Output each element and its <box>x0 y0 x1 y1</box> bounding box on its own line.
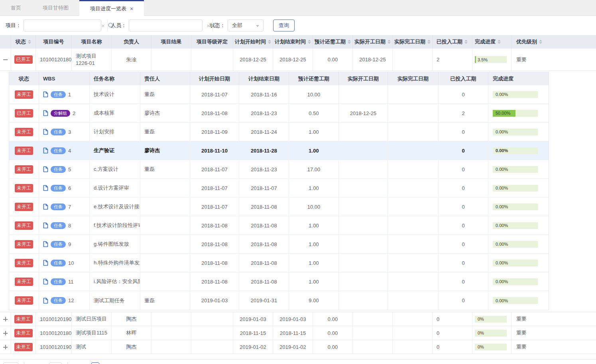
remaining-duration: 9.00 <box>289 291 339 310</box>
progress-bar: 0.00% <box>493 91 538 98</box>
sort-icon[interactable] <box>28 40 31 44</box>
task-column-header: 完成进度 <box>488 72 549 85</box>
header-label: 已投入工期 <box>437 38 462 45</box>
task-row[interactable]: 未开工任务7e.技术设计及设计接口2018-11-072018-11-0810.… <box>9 198 549 216</box>
sort-icon[interactable] <box>387 40 391 44</box>
search-icon <box>108 22 114 29</box>
person-search-input[interactable] <box>129 20 204 31</box>
task-row[interactable]: 未开工任务6d.设计方案评审2018-11-072018-11-071.0000… <box>9 179 549 198</box>
plan-end-date: 2019-01-31 <box>239 291 289 310</box>
project-column-header[interactable]: 计划开始时间 <box>233 35 273 49</box>
pagination-bar <box>0 359 596 364</box>
progress-label: 0.00% <box>496 204 508 209</box>
invested-duration: 0 <box>439 216 488 235</box>
task-row[interactable]: 未开工任务5c.方案设计董磊2018-11-072018-11-2317.000… <box>9 160 549 179</box>
task-column-header: 已投入工期 <box>439 72 488 85</box>
expand-icon[interactable] <box>3 317 8 321</box>
task-row[interactable]: 未开工任务1技术设计董磊2018-11-072018-11-1610.0000.… <box>9 85 549 104</box>
clear-icon[interactable]: × <box>204 23 212 29</box>
project-column-header[interactable]: 实际开工日期 <box>353 35 393 49</box>
task-column-header: 预计还需工期 <box>289 72 339 85</box>
actual-start-date <box>353 312 393 326</box>
task-name: f.技术设计阶段性评审 <box>90 216 140 235</box>
project-row[interactable]: 未开工1010012018000测试项目1115林晖2018-11-152018… <box>0 326 596 340</box>
invested-duration: 2 <box>439 104 488 122</box>
sort-icon[interactable] <box>268 40 271 44</box>
project-column-header[interactable]: 计划结束时间 <box>273 35 313 49</box>
file-icon <box>43 278 48 285</box>
progress-bar: 0.00% <box>493 204 538 210</box>
project-row[interactable]: 已开工1010012018000测试项目1226-01朱淦2018-12-252… <box>0 49 596 71</box>
wbs-type-pill: 任务 <box>51 297 66 304</box>
sort-icon[interactable] <box>498 40 501 44</box>
task-status-cell: 未开工 <box>9 160 39 178</box>
wbs-number: 7 <box>68 204 71 210</box>
status-select[interactable]: 全部 <box>228 20 264 31</box>
tab-progress-overview[interactable]: 项目进度一览表 × <box>79 0 144 16</box>
search-icon-button[interactable] <box>212 20 219 31</box>
remaining-duration: 1.00 <box>289 216 339 235</box>
expand-icon[interactable] <box>3 331 8 335</box>
tab-home[interactable]: 首页 <box>0 0 32 16</box>
task-row[interactable]: 未开工任务8f.技术设计阶段性评审2018-11-082018-11-081.0… <box>9 216 549 235</box>
actual-start-date <box>339 198 388 216</box>
actual-start-date: 2018-12-25 <box>339 104 388 122</box>
project-column-header: 项目编号 <box>36 35 72 49</box>
invested-duration: 0 <box>439 179 488 197</box>
task-column-header: 实际开工日期 <box>339 72 388 85</box>
plan-end-date: 2018-12-25 <box>273 49 313 70</box>
sort-icon[interactable] <box>348 40 351 44</box>
prev-page-button[interactable] <box>49 362 62 364</box>
task-name: c.方案设计 <box>90 160 140 178</box>
project-column-header[interactable]: 预计还需工期 <box>313 35 353 49</box>
project-column-header[interactable]: 优先级别 <box>511 35 596 49</box>
progress-cell: 0.00% <box>488 160 549 178</box>
sort-icon[interactable] <box>308 40 311 44</box>
project-column-header[interactable]: 实际完工日期 <box>393 35 433 49</box>
progress-cell: 0% <box>472 340 511 354</box>
close-icon[interactable]: × <box>130 6 133 12</box>
sort-icon[interactable] <box>464 40 468 44</box>
progress-bar: 0.00% <box>493 260 538 266</box>
task-row[interactable]: 未开工任务9g.铸件图纸发放2018-11-082018-11-081.0000… <box>9 235 549 254</box>
task-row[interactable]: 未开工任务4生产验证廖诗杰2018-11-102018-11-281.0000.… <box>9 141 549 160</box>
project-result <box>151 312 191 326</box>
task-owner <box>140 198 190 216</box>
actual-end-date <box>388 291 439 310</box>
task-name: g.铸件图纸发放 <box>90 235 140 253</box>
tab-gantt-chart[interactable]: 项目甘特图 <box>32 0 79 16</box>
actual-start-date: 2018-12-25 <box>353 49 393 70</box>
task-row[interactable]: 未开工任务11i.风险评估：安全风险2018-11-082018-11-081.… <box>9 272 549 291</box>
plan-end-date: 2018-11-08 <box>239 254 289 272</box>
invested-duration: 0 <box>439 141 488 160</box>
header-label: 优先级别 <box>516 38 537 45</box>
task-row[interactable]: 未开工任务12测试工期任务董磊2019-01-032019-01-319.000… <box>9 291 549 310</box>
project-search-input[interactable] <box>24 20 99 31</box>
actual-start-date <box>339 141 388 160</box>
project-column-header[interactable]: 状态 <box>11 35 36 49</box>
plan-start-date: 2018-11-10 <box>190 141 239 160</box>
header-label: 预计还需工期 <box>315 38 346 45</box>
progress-cell: 0.00% <box>488 141 549 160</box>
sort-icon[interactable] <box>539 40 542 44</box>
project-column-header[interactable]: 已投入工期 <box>433 35 472 49</box>
project-row[interactable]: 未开工1010012019000测试日历项目陶杰2019-01-032019-0… <box>0 312 596 326</box>
expand-icon[interactable] <box>3 345 8 349</box>
task-row[interactable]: 未开工任务3计划安排董磊2018-11-092018-11-241.0000.0… <box>9 123 549 141</box>
task-owner: 廖诗杰 <box>140 141 190 160</box>
current-page-button[interactable] <box>91 362 100 364</box>
query-button[interactable]: 查询 <box>273 20 295 31</box>
task-row[interactable]: 未开工任务10h.特殊外购件清单发放2018-11-082018-11-081.… <box>9 254 549 272</box>
clear-icon[interactable]: × <box>99 23 107 29</box>
collapse-icon[interactable] <box>3 57 8 62</box>
search-icon-button[interactable] <box>107 20 114 31</box>
sort-icon[interactable] <box>427 40 431 44</box>
project-column-header[interactable]: 完成进度 <box>472 35 511 49</box>
page-size-select[interactable] <box>3 362 18 364</box>
project-row[interactable]: 未开工1010012019000测试陶杰2019-01-022019-01-02… <box>0 340 596 354</box>
task-row[interactable]: 已开工分解组2成本核算廖诗杰2018-11-082018-11-230.5020… <box>9 104 549 123</box>
wbs-number: 12 <box>68 297 74 303</box>
wbs-cell: 任务10 <box>39 254 90 272</box>
progress-cell: 0.00% <box>488 254 549 272</box>
progress-label: 0% <box>478 344 484 349</box>
